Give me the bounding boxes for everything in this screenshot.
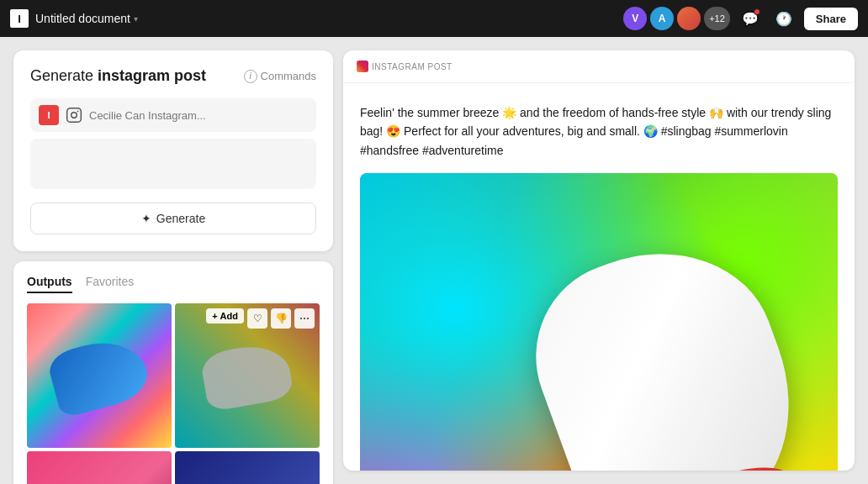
instagram-badge: INSTAGRAM POST xyxy=(357,60,453,72)
dislike-button[interactable]: 👎 xyxy=(271,308,291,329)
wand-icon: ✦ xyxy=(141,212,151,225)
generate-card-title: Generate instagram post xyxy=(30,67,206,85)
instagram-input[interactable] xyxy=(89,109,308,122)
prompt-textarea[interactable] xyxy=(30,139,316,189)
comments-icon[interactable]: 💬 xyxy=(737,5,764,32)
shoe-sole xyxy=(601,459,799,471)
title-chevron-icon: ▾ xyxy=(134,14,138,24)
like-button[interactable]: ♡ xyxy=(247,308,267,329)
source-input-row[interactable]: I xyxy=(30,98,316,132)
generate-card: Generate instagram post i Commands I xyxy=(13,50,333,251)
avatar-v: V xyxy=(623,7,647,30)
tab-favorites[interactable]: Favorites xyxy=(86,275,135,293)
avatar-photo xyxy=(677,7,701,30)
commands-link[interactable]: i Commands xyxy=(244,70,316,83)
post-text: Feelin' the summer breeze 🌟 and the free… xyxy=(360,103,838,160)
output-image-2[interactable]: + Add ♡ 👎 ⋯ xyxy=(175,303,320,448)
post-image xyxy=(360,173,838,471)
right-panel-content: Feelin' the summer breeze 🌟 and the free… xyxy=(343,83,855,471)
left-panel: Generate instagram post i Commands I xyxy=(13,50,333,471)
topbar: I Untitled document ▾ V A +12 💬 🕐 Share xyxy=(0,0,868,37)
document-title[interactable]: Untitled document ▾ xyxy=(35,12,138,25)
swirl-background xyxy=(360,173,838,471)
output-image-1[interactable] xyxy=(27,303,172,448)
svg-point-2 xyxy=(77,111,79,113)
info-icon: i xyxy=(244,70,257,83)
heart-icon: ♡ xyxy=(253,313,262,324)
avatar-a: A xyxy=(650,7,674,30)
tab-outputs[interactable]: Outputs xyxy=(27,275,72,293)
share-button[interactable]: Share xyxy=(804,8,858,30)
more-options-button[interactable]: ⋯ xyxy=(294,308,315,329)
svg-rect-0 xyxy=(67,108,82,123)
more-icon: ⋯ xyxy=(299,313,310,324)
svg-point-1 xyxy=(71,113,77,118)
generate-button[interactable]: ✦ Generate xyxy=(30,203,316,234)
outputs-card: Outputs Favorites + Add xyxy=(13,261,333,484)
notification-badge xyxy=(754,8,760,15)
generate-card-header: Generate instagram post i Commands xyxy=(30,67,316,85)
avatar-more-count: +12 xyxy=(704,7,730,30)
shoe-shape xyxy=(509,219,824,471)
collaborators-avatars: V A +12 xyxy=(623,7,730,30)
source-icon: I xyxy=(39,105,59,125)
plus-icon: + xyxy=(212,311,217,321)
outputs-grid: + Add ♡ 👎 ⋯ xyxy=(27,303,320,484)
output-image-3[interactable] xyxy=(27,451,172,484)
output-image-4[interactable] xyxy=(175,451,320,484)
history-icon[interactable]: 🕐 xyxy=(770,5,797,32)
outputs-tabs: Outputs Favorites xyxy=(27,275,320,293)
output-2-overlay: + Add ♡ 👎 ⋯ xyxy=(175,303,320,448)
instagram-icon xyxy=(66,107,82,124)
add-button[interactable]: + Add xyxy=(206,308,244,324)
app-logo: I xyxy=(10,9,29,28)
thumbs-down-icon: 👎 xyxy=(275,313,288,324)
right-panel: INSTAGRAM POST Feelin' the summer breeze… xyxy=(343,50,855,471)
right-panel-header: INSTAGRAM POST xyxy=(343,50,855,83)
main-content: Generate instagram post i Commands I xyxy=(0,37,868,484)
instagram-badge-icon xyxy=(357,60,368,72)
